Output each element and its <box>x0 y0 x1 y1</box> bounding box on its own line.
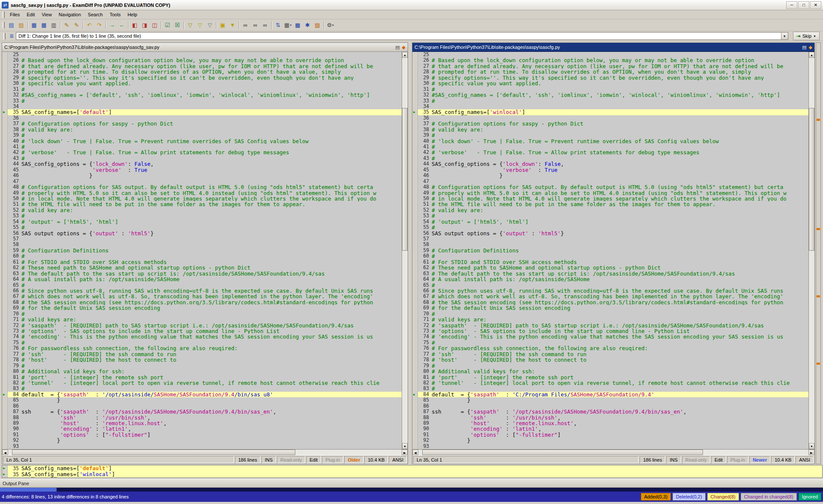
code-line[interactable]: 31# <box>412 87 808 92</box>
code-line[interactable]: 28# prompted for at run time. To disallo… <box>412 69 808 75</box>
code-line[interactable]: 64# A usual install path is: /opt/sasins… <box>412 276 808 282</box>
edit-second-icon[interactable]: ✎ <box>72 21 81 30</box>
code-line[interactable]: 28# prompted for at run time. To disallo… <box>2 69 402 75</box>
code-line[interactable]: 86 <box>412 403 808 409</box>
code-line[interactable]: 82# 'tunnel' - [integer] local port to o… <box>412 380 808 386</box>
code-line[interactable]: 34 <box>2 104 402 109</box>
diff-selector[interactable]: Diff 1: Change 1 line (35, first file) t… <box>16 32 788 40</box>
code-line[interactable]: 85 } <box>412 397 808 403</box>
maximize-button[interactable]: □ <box>798 1 809 9</box>
code-line[interactable]: 90 'encoding' : 'latin1', <box>412 426 808 432</box>
code-line[interactable]: 63# The default path to the sas start up… <box>412 271 808 276</box>
right-code-area[interactable]: 2526# Based upon the lock_down configura… <box>412 52 808 449</box>
code-line[interactable]: 83# <box>412 386 808 391</box>
show-first-pane-icon[interactable]: ◧ <box>130 21 140 30</box>
code-line[interactable]: 66# Since python uses utf-8, running SAS… <box>412 288 808 294</box>
print-icon[interactable]: ▥ <box>49 21 59 30</box>
code-line[interactable]: 50# in local mode. Note that HTML 4.0 wi… <box>2 196 402 201</box>
code-line[interactable]: 27# that are defined already. Any necess… <box>2 63 402 69</box>
code-line[interactable]: 74# 'encoding' - This is the python enco… <box>412 334 808 339</box>
code-line[interactable]: 38# valid key are: <box>2 127 402 132</box>
code-line[interactable]: 52# valid key are: <box>412 207 808 213</box>
code-line[interactable]: 54# 'output' = ['html5', 'html'] <box>2 219 402 225</box>
code-line[interactable]: 60# <box>412 253 808 259</box>
code-line[interactable]: 76# For passwordless ssh connection, the… <box>2 345 402 351</box>
code-line[interactable]: 65# <box>2 282 402 288</box>
code-line[interactable]: 75# <box>412 340 808 345</box>
left-hot-icon[interactable]: ◆ <box>402 45 405 50</box>
save-second-icon[interactable]: ▦ <box>39 21 49 30</box>
code-line[interactable]: 53# <box>412 213 808 219</box>
code-line[interactable]: 50# in local mode. Note that HTML 4.0 wi… <box>412 196 808 201</box>
save-first-icon[interactable]: ▦ <box>29 21 39 30</box>
scroll-up-icon[interactable]: ▲ <box>809 52 814 58</box>
plugins-icon[interactable]: ✱ <box>303 21 312 30</box>
code-line[interactable]: 75# <box>2 340 402 345</box>
diff-map-mark[interactable] <box>817 119 820 121</box>
code-line[interactable]: 80# Additional valid keys for ssh: <box>2 369 402 374</box>
code-line[interactable]: 30# specific value you want applied. <box>2 81 402 86</box>
code-line[interactable]: 30# specific value you want applied. <box>412 81 808 86</box>
code-line[interactable]: 80# Additional valid keys for ssh: <box>412 369 808 374</box>
scroll-left-icon[interactable]: ◀ <box>2 450 8 455</box>
code-line[interactable]: 69# for the default Unix SAS session enc… <box>2 305 402 311</box>
code-line[interactable]: 27# that are defined already. Any necess… <box>412 63 808 69</box>
code-line[interactable]: 69# for the default Unix SAS session enc… <box>412 305 808 311</box>
show-identical-icon[interactable]: ☑ <box>162 21 172 30</box>
code-line[interactable]: 55# <box>2 225 402 230</box>
code-line[interactable]: 60# <box>2 253 402 259</box>
code-line[interactable]: 25 <box>412 52 808 57</box>
show-both-panes-icon[interactable]: ◫ <box>150 21 159 30</box>
scroll-up-icon[interactable]: ▲ <box>402 52 408 58</box>
code-line[interactable]: 68# the SAS session encoding (see https:… <box>412 300 808 305</box>
code-line[interactable]: 38# valid key are: <box>412 127 808 132</box>
code-line[interactable]: 58 <box>2 242 402 247</box>
code-line[interactable]: 91 'options' : ["-fullstimer"] <box>412 432 808 438</box>
left-code-area[interactable]: 2526# Based upon the lock_down configura… <box>2 52 402 449</box>
code-line[interactable]: 68# the SAS session encoding (see https:… <box>2 300 402 305</box>
code-line[interactable]: 62# These need path to SASHome and optio… <box>412 265 808 270</box>
code-line[interactable]: 55# <box>412 225 808 230</box>
code-line[interactable]: 45 'verbose' : True <box>412 167 808 173</box>
close-button[interactable]: ✕ <box>810 1 821 9</box>
code-line[interactable]: 56SAS_output_options = {'output' : 'html… <box>2 231 402 236</box>
menu-view[interactable]: View <box>38 11 55 18</box>
left-pane-header[interactable]: C:\Program Files\Python\Python37\Lib\sit… <box>2 43 408 52</box>
copy-down-icon[interactable]: ▼ <box>228 21 237 30</box>
right-print-icon[interactable]: ▤ <box>802 45 806 50</box>
code-line[interactable]: 70# <box>2 311 402 317</box>
output-pane-scrollbar[interactable] <box>0 488 823 492</box>
filter-icon[interactable]: ▽ <box>185 21 195 30</box>
diff-map-mark[interactable] <box>817 228 820 230</box>
code-line[interactable]: 58 <box>412 242 808 247</box>
code-line[interactable]: 72# 'saspath' - [REQUIRED] path to SAS s… <box>412 323 808 328</box>
copy-block-icon[interactable]: ▣ <box>218 21 228 30</box>
left-vscroll-thumb[interactable] <box>402 108 408 251</box>
scroll-down-icon[interactable]: ▼ <box>809 443 814 449</box>
menu-navigation[interactable]: Navigation <box>55 11 84 18</box>
left-hscroll-thumb[interactable] <box>12 450 295 455</box>
diff-overview-map[interactable] <box>816 42 821 464</box>
code-line[interactable]: 41# <box>412 144 808 150</box>
grid-view-icon[interactable]: ▩ <box>293 21 303 30</box>
code-line[interactable]: 59# Configuration Definitions <box>412 248 808 253</box>
undo-icon[interactable]: ↶ <box>84 21 94 30</box>
code-line[interactable]: 51# the HTML file will need to be put in… <box>412 201 808 207</box>
open-compare-icon[interactable]: ▨ <box>16 21 26 30</box>
code-line[interactable]: 78# 'host' - [REQUIRED] the host to conn… <box>412 357 808 363</box>
code-line[interactable]: 49# properly with HTML 5.0 so it can als… <box>2 190 402 196</box>
code-line[interactable]: 49# properly with HTML 5.0 so it can als… <box>412 190 808 196</box>
code-line[interactable]: 37# Configuration options for saspy - py… <box>412 121 808 126</box>
code-line[interactable]: 43# <box>2 156 402 161</box>
code-line[interactable]: 39# <box>412 132 808 138</box>
code-line[interactable]: 33# <box>412 98 808 104</box>
right-hscroll-thumb[interactable] <box>422 450 703 455</box>
toolbar-grip[interactable] <box>3 22 5 28</box>
next-diff-icon[interactable]: → <box>107 21 117 30</box>
output-scroll-thumb[interactable] <box>0 488 57 492</box>
code-line[interactable]: 66# Since python uses utf-8, running SAS… <box>2 288 402 294</box>
code-line[interactable]: 71# valid keys are: <box>2 317 402 322</box>
code-line[interactable]: 42# 'verbose' - True | False. True = All… <box>2 150 402 155</box>
filter-ignore-icon[interactable]: ▽ <box>195 21 205 30</box>
code-line[interactable]: 29# specify options=''. This way it's sp… <box>412 75 808 81</box>
